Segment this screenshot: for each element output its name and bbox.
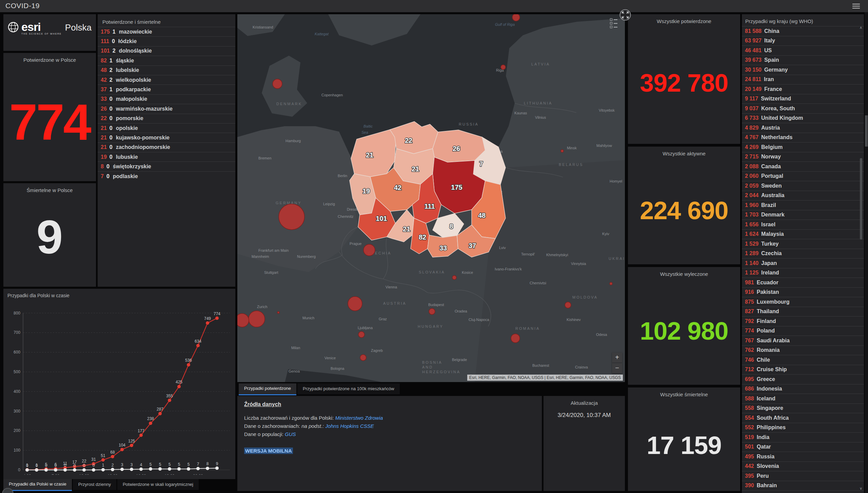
country-row[interactable]: 2 044Australia — [742, 191, 864, 201]
country-row[interactable]: 1 125Ireland — [742, 268, 864, 278]
country-row[interactable]: 2 715Norway — [742, 152, 864, 162]
country-row[interactable]: 588Iceland — [742, 394, 864, 403]
zoom-in-button[interactable]: + — [612, 353, 622, 363]
country-row[interactable]: 792Finland — [742, 316, 864, 326]
voivodeship-row[interactable]: 821śląskie — [98, 56, 235, 65]
cases-bubble[interactable] — [501, 65, 506, 70]
menu-icon[interactable] — [852, 4, 860, 8]
country-row[interactable]: 495Russia — [742, 452, 864, 461]
country-row[interactable]: 1 529Turkey — [742, 239, 864, 249]
voivodeship-row[interactable]: 210kujawsko-pomorskie — [98, 133, 235, 142]
cases-bubble[interactable] — [610, 282, 612, 285]
cases-bubble[interactable] — [277, 311, 279, 314]
cases-bubble[interactable] — [452, 276, 456, 280]
cases-bubble[interactable] — [348, 297, 362, 311]
source-link[interactable]: Johns Hopkins CSSE — [325, 423, 374, 429]
country-row[interactable]: 6 733United Kingdom — [742, 113, 864, 123]
scroll-down-icon[interactable]: ∨ — [859, 487, 863, 491]
country-row[interactable]: 875Luxembourg — [742, 297, 864, 307]
chart-tab-2[interactable]: Potwierdzone w skali logarytmicznej — [117, 479, 199, 490]
country-row[interactable]: 501Qatar — [742, 442, 864, 452]
country-row[interactable]: 767Saudi Arabia — [742, 336, 864, 345]
country-row[interactable]: 4 269Belgium — [742, 142, 864, 152]
voivodeship-row[interactable]: 260warmińsko-mazurskie — [98, 104, 235, 113]
voivodeship-row[interactable]: 330małopolskie — [98, 94, 235, 104]
cases-bubble[interactable] — [279, 204, 304, 230]
country-row[interactable]: 30 150Germany — [742, 65, 864, 75]
country-row[interactable]: 4 829Austria — [742, 123, 864, 133]
country-row[interactable]: 9 037Korea, South — [742, 103, 864, 113]
source-link[interactable]: Ministerstwo Zdrowia — [335, 415, 383, 421]
country-row[interactable]: 1 289Czechia — [742, 249, 864, 259]
voivodeship-row[interactable]: 80świętokrzyskie — [98, 162, 235, 171]
country-row[interactable]: 695Greece — [742, 374, 864, 384]
cases-bubble[interactable] — [360, 355, 366, 361]
country-row[interactable]: 63 927Italy — [742, 36, 864, 46]
country-row[interactable]: 1 656Israel — [742, 220, 864, 229]
chart-tab-0[interactable]: Przypadki dla Polski w czasie — [3, 479, 72, 491]
voivodeship-row[interactable]: 371podkarpackie — [98, 84, 235, 94]
country-row[interactable]: 1 140Japan — [742, 258, 864, 268]
map-tab-0[interactable]: Przypadki potwierdzone — [239, 383, 296, 395]
country-row[interactable]: 712Cruise Ship — [742, 365, 864, 375]
country-row[interactable]: 4 767Netherlands — [742, 133, 864, 143]
voivodeship-row[interactable]: 422wielkopolskie — [98, 75, 235, 84]
country-row[interactable]: 369Estonia — [742, 490, 864, 493]
voivodeship-row[interactable]: 1110łódzkie — [98, 36, 235, 46]
cases-bubble[interactable] — [565, 302, 571, 308]
country-row[interactable]: 46 481US — [742, 45, 864, 55]
voivodeship-row[interactable]: 70podlaskie — [98, 171, 235, 181]
country-row[interactable]: 2 060Portugal — [742, 171, 864, 181]
country-row[interactable]: 1 624Malaysia — [742, 229, 864, 239]
source-link[interactable]: GUS — [285, 431, 296, 437]
voivodeship-row[interactable]: 190lubuskie — [98, 152, 235, 162]
country-row[interactable]: 442Slovenia — [742, 461, 864, 471]
country-row[interactable]: 774Poland — [742, 326, 864, 336]
country-row[interactable]: 1 703Denmark — [742, 210, 864, 220]
country-row[interactable]: 39 673Spain — [742, 55, 864, 65]
voivodeship-row[interactable]: 210opolskie — [98, 123, 235, 133]
country-list-scrollbar[interactable]: ∧ ∨ — [859, 26, 863, 491]
country-row[interactable]: 746Chile — [742, 355, 864, 365]
country-row[interactable]: 24 811Iran — [742, 75, 864, 84]
country-row[interactable]: 20 149France — [742, 84, 864, 94]
country-row[interactable]: 519India — [742, 432, 864, 442]
scrollbar-thumb[interactable] — [860, 158, 862, 240]
cases-bubble[interactable] — [561, 150, 564, 152]
country-row[interactable]: 762Romania — [742, 345, 864, 355]
country-row[interactable]: 981Ecuador — [742, 278, 864, 287]
scroll-up-icon[interactable]: ∧ — [859, 26, 863, 30]
country-row[interactable]: 390Bahrain — [742, 481, 864, 491]
mobile-version-link[interactable]: WERSJA MOBILNA — [244, 448, 293, 454]
voivodeship-row[interactable]: 210zachodniopomorskie — [98, 143, 235, 152]
country-row[interactable]: 81 588China — [742, 26, 864, 36]
zoom-out-button[interactable]: − — [612, 363, 622, 373]
country-row[interactable]: 395Peru — [742, 471, 864, 481]
cases-bubble[interactable] — [511, 334, 520, 343]
cases-bubble[interactable] — [363, 244, 375, 256]
map-tab-1[interactable]: Przypadki potwierdzone na 100k mieszkańc… — [297, 383, 400, 394]
map-legend-icon[interactable] — [610, 18, 617, 30]
country-row[interactable]: 2 088Canada — [742, 162, 864, 171]
country-row[interactable]: 558Singapore — [742, 403, 864, 413]
cases-bubble[interactable] — [512, 14, 520, 21]
cases-bubble[interactable] — [429, 308, 435, 315]
country-row[interactable]: 686Indonesia — [742, 384, 864, 394]
cases-bubble[interactable] — [237, 314, 249, 327]
country-row[interactable]: 827Thailand — [742, 307, 864, 317]
country-row[interactable]: 552Philippines — [742, 423, 864, 433]
expand-icon[interactable] — [619, 9, 631, 21]
voivodeship-row[interactable]: 220pomorskie — [98, 114, 235, 123]
voivodeship-row[interactable]: 1751mazowieckie — [98, 27, 235, 36]
cases-bubble[interactable] — [358, 331, 364, 338]
country-row[interactable]: 1 960Brazil — [742, 200, 864, 210]
voivodeship-row[interactable]: 482lubelskie — [98, 65, 235, 75]
country-row[interactable]: 916Pakistan — [742, 287, 864, 297]
chart-tab-1[interactable]: Przyrost dzienny — [73, 479, 116, 490]
voivodeship-row[interactable]: 1012dolnośląskie — [98, 46, 235, 56]
country-row[interactable]: 554South Africa — [742, 413, 864, 423]
country-row[interactable]: 2 059Sweden — [742, 181, 864, 191]
cases-bubble[interactable] — [249, 311, 265, 327]
country-row[interactable]: 9 117Switzerland — [742, 94, 864, 104]
cases-bubble[interactable] — [273, 79, 282, 89]
